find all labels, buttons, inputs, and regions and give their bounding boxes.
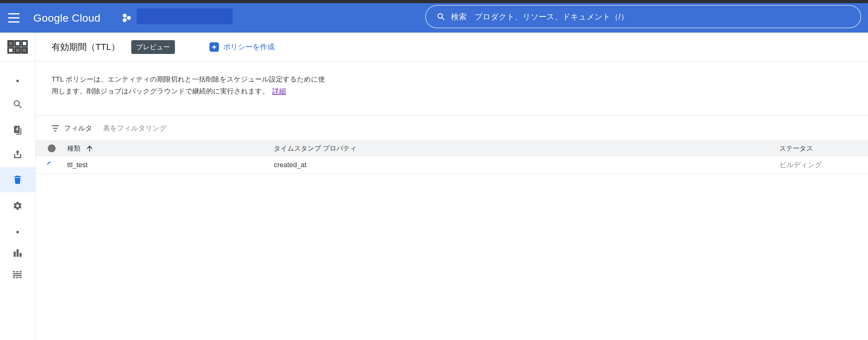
preview-badge: プレビュー <box>131 40 175 54</box>
dashboard-grid-icon <box>7 40 28 54</box>
sidebar-item-settings[interactable] <box>0 197 35 214</box>
window-top-strip <box>0 0 868 3</box>
column-header-kind-label: 種類 <box>67 144 81 153</box>
project-hexagons-icon <box>121 12 132 24</box>
page-description: TTL ポリシーは、エンティティの期限切れと一括削除をスケジュール設定するために… <box>52 73 325 97</box>
search-icon <box>12 99 23 109</box>
filter-label: フィルタ <box>64 124 92 133</box>
filter-bar[interactable]: フィルタ 表をフィルタリング <box>36 115 868 140</box>
sidebar-dot-2 <box>0 230 35 234</box>
sort-ascending-icon <box>85 144 94 153</box>
create-policy-label: ポリシーを作成 <box>223 42 275 52</box>
dot-icon <box>16 80 19 82</box>
title-bar: 有効期間（TTL） プレビュー ポリシーを作成 <box>36 33 868 62</box>
project-selector[interactable] <box>136 8 233 24</box>
sidebar-item-query[interactable] <box>0 122 35 139</box>
status-dot-legend <box>48 145 56 152</box>
cell-timestamp-property: created_at <box>274 156 307 173</box>
sidebar <box>0 33 35 340</box>
filter-placeholder: 表をフィルタリング <box>103 124 166 133</box>
sidebar-item-stats[interactable] <box>0 244 35 262</box>
plus-icon <box>210 42 219 52</box>
app-header: Google Cloud 検索 プロダクト、リソース、ドキュメント（/） <box>0 3 868 33</box>
search-placeholder: 検索 プロダクト、リソース、ドキュメント（/） <box>451 11 628 22</box>
search-icon <box>436 12 445 21</box>
dot-icon <box>16 231 19 233</box>
filter-icon <box>51 124 60 133</box>
cell-kind: ttl_test <box>67 156 88 173</box>
google-cloud-logo[interactable]: Google Cloud <box>33 12 100 24</box>
table-row[interactable]: ttl_test created_at ビルディング <box>36 156 868 174</box>
list-rows-icon <box>13 271 22 278</box>
sidebar-item-import-export[interactable] <box>0 146 35 163</box>
menu-button[interactable] <box>8 13 21 23</box>
export-icon <box>12 149 23 160</box>
sidebar-item-admin[interactable] <box>0 266 35 283</box>
description-line-2: 用します。削除ジョブはバックグラウンドで継続的に実行されます。 <box>52 87 269 95</box>
sidebar-dot-1 <box>0 79 35 83</box>
screen: Google Cloud 検索 プロダクト、リソース、ドキュメント（/） <box>0 0 868 340</box>
description-line-1: TTL ポリシーは、エンティティの期限切れと一括削除をスケジュール設定するために… <box>52 75 325 83</box>
main-content: 有効期間（TTL） プレビュー ポリシーを作成 TTL ポリシーは、エンティティ… <box>36 33 868 340</box>
query-lightning-icon <box>12 125 23 135</box>
create-policy-button[interactable]: ポリシーを作成 <box>210 42 275 52</box>
search-bar[interactable]: 検索 プロダクト、リソース、ドキュメント（/） <box>425 5 861 28</box>
sidebar-item-search[interactable] <box>0 95 35 113</box>
gear-icon <box>12 201 23 211</box>
column-header-kind[interactable]: 種類 <box>67 141 94 156</box>
cell-status: ビルディング <box>779 156 822 173</box>
learn-more-link[interactable]: 詳細 <box>272 87 286 95</box>
sidebar-item-ttl[interactable] <box>0 167 35 192</box>
sidebar-item-dashboard[interactable] <box>0 33 35 62</box>
page-title: 有効期間（TTL） <box>52 41 120 53</box>
loading-spinner-icon <box>46 160 55 170</box>
column-header-status[interactable]: ステータス <box>779 141 813 156</box>
trash-icon <box>12 175 23 185</box>
bar-chart-icon <box>12 248 23 258</box>
table-header: 種類 タイムスタンプ プロパティ ステータス <box>36 140 868 156</box>
column-header-timestamp-property[interactable]: タイムスタンプ プロパティ <box>274 141 357 156</box>
